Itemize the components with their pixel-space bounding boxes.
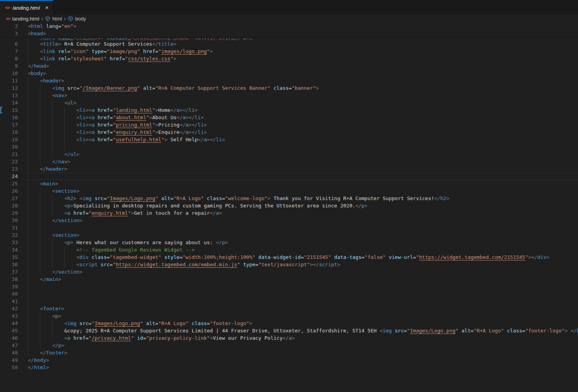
code-line-19[interactable]: 19 <li><a href="usefulhelp.html"> Self H… [0, 136, 578, 143]
code-content[interactable]: </body> [28, 356, 578, 364]
code-content[interactable]: <a href="enquiry.html">Get in touch for … [28, 209, 578, 217]
line-number[interactable]: 40 [0, 290, 18, 298]
code-line-14[interactable]: 14 <ul> [0, 99, 578, 106]
code-content[interactable]: <a href="/privacy.html" id="privacy-poli… [28, 334, 578, 342]
line-number[interactable]: 22 [0, 158, 18, 165]
line-number[interactable]: 17 [0, 121, 18, 128]
line-number[interactable]: 8 [0, 55, 18, 62]
code-content[interactable]: <nav> [28, 92, 578, 99]
code-content[interactable]: <body> [28, 70, 578, 77]
line-number[interactable]: 28 [0, 202, 18, 209]
code-line-24[interactable]: 24 [0, 173, 578, 180]
code-content[interactable]: <!-- Tagembed Google Reviews Widget --> [28, 246, 578, 253]
line-number[interactable]: 43 [0, 312, 18, 320]
code-content[interactable]: </footer> [28, 349, 578, 356]
code-content[interactable]: <html lang="en"> [28, 22, 578, 30]
code-content[interactable]: <div class="tagembed-widget" style="widt… [28, 253, 578, 261]
code-content[interactable]: <li><a href="pricing.html">Pricing</a></… [28, 121, 578, 128]
line-number[interactable]: 3 [0, 30, 18, 37]
code-line-43[interactable]: 43 <p> [0, 312, 578, 320]
code-line-11[interactable]: 11 <header> [0, 77, 578, 84]
code-content[interactable]: <li><a href="usefulhelp.html"> Self Help… [28, 136, 578, 143]
code-content[interactable]: </html> [28, 364, 578, 371]
line-number[interactable]: 13 [0, 92, 18, 99]
line-number[interactable]: 46 [0, 334, 18, 342]
code-content[interactable]: <header> [28, 77, 578, 84]
line-number[interactable]: 42 [0, 305, 18, 312]
breadcrumb-item-html[interactable]: html [45, 16, 62, 22]
code-line-10[interactable]: 10<body> [0, 70, 578, 77]
code-content[interactable]: </nav> [28, 158, 578, 165]
code-content[interactable] [28, 298, 578, 305]
line-number[interactable]: 49 [0, 356, 18, 364]
code-line-35[interactable]: 35 <div class="tagembed-widget" style="w… [0, 253, 578, 261]
line-number[interactable]: 48 [0, 349, 18, 356]
code-content[interactable]: <link rel="icon" type="image/png" href="… [28, 48, 578, 55]
code-content[interactable]: <meta name="viewport" content="width=dev… [28, 37, 578, 40]
code-editor[interactable]: 2<html lang="en">3<head> <meta name="vie… [0, 22, 578, 392]
code-line-2[interactable]: 2<html lang="en"> [0, 22, 578, 30]
code-line-20[interactable]: 20 [0, 143, 578, 151]
code-line-39[interactable]: 39 [0, 283, 578, 290]
code-content[interactable]: </section> [28, 268, 578, 276]
code-content[interactable]: <link rel="stylesheet" href="css/styles.… [28, 55, 578, 62]
line-number[interactable]: 21 [0, 151, 18, 158]
code-line-23[interactable]: 23 </header> [0, 165, 578, 173]
code-line-33[interactable]: 33 <p> Heres what our customers are sayi… [0, 239, 578, 246]
line-number[interactable]: 50 [0, 364, 18, 371]
code-line-42[interactable]: 42 <footer> [0, 305, 578, 312]
line-number[interactable]: 34 [0, 246, 18, 253]
line-number[interactable]: 18 [0, 128, 18, 136]
code-content[interactable]: <section> [28, 231, 578, 239]
breadcrumb-item-body[interactable]: body [68, 16, 86, 22]
code-line-38[interactable]: 38 </main> [0, 276, 578, 283]
code-content[interactable]: </ul> [28, 151, 578, 158]
code-line-32[interactable]: 32 <section> [0, 231, 578, 239]
code-line-9[interactable]: 9</head> [0, 62, 578, 70]
code-line-15[interactable]: 15 <li><a href="landing.html">Home</a></… [0, 106, 578, 114]
code-content[interactable]: <p> Heres what our customers are saying … [28, 239, 578, 246]
code-line-47[interactable]: 47 </p> [0, 342, 578, 349]
code-content[interactable]: <ul> [28, 99, 578, 106]
line-number[interactable]: 20 [0, 143, 18, 151]
line-number[interactable]: 27 [0, 195, 18, 202]
code-content[interactable] [28, 143, 578, 151]
code-content[interactable]: <title> R+A Computer Support Services</t… [28, 40, 578, 48]
code-content[interactable]: </p> [28, 342, 578, 349]
code-line-50[interactable]: 50</html> [0, 364, 578, 371]
line-number[interactable]: 38 [0, 276, 18, 283]
code-line-16[interactable]: 16 <li><a href="about.html">About Us</a>… [0, 114, 578, 121]
code-content[interactable]: &copy; 2025 R+A Computer Support Service… [28, 327, 578, 334]
line-number[interactable]: 14 [0, 99, 18, 106]
code-content[interactable]: </main> [28, 276, 578, 283]
code-content[interactable] [28, 283, 578, 290]
code-line-3[interactable]: 3<head> [0, 30, 578, 37]
line-number[interactable]: 19 [0, 136, 18, 143]
line-number[interactable]: 32 [0, 231, 18, 239]
code-content[interactable]: <li><a href="enquiry.html">Enquire</a></… [28, 128, 578, 136]
code-content[interactable]: <section> [28, 187, 578, 195]
line-number[interactable]: 30 [0, 217, 18, 224]
code-content[interactable]: <footer> [28, 305, 578, 312]
code-line-48[interactable]: 48 </footer> [0, 349, 578, 356]
code-line-44[interactable]: 44 <img src="Images/Logo.png" alt="R+A L… [0, 320, 578, 327]
line-number[interactable]: 15 [0, 106, 18, 114]
code-line-30[interactable]: 30 </section> [0, 217, 578, 224]
code-content[interactable]: <h2> <img src="Images/Logo.png" alt="R+A… [28, 195, 578, 202]
line-number[interactable]: 24 [0, 173, 18, 180]
code-content[interactable]: <img src="Images/Logo.png" alt="R+A Logo… [28, 320, 578, 327]
code-line-31[interactable]: 31 [0, 224, 578, 231]
line-number[interactable]: 7 [0, 48, 18, 55]
code-content[interactable]: </header> [28, 165, 578, 173]
line-number[interactable]: 45 [0, 327, 18, 334]
code-line-34[interactable]: 34 <!-- Tagembed Google Reviews Widget -… [0, 246, 578, 253]
line-number[interactable]: 9 [0, 62, 18, 70]
line-number[interactable]: 31 [0, 224, 18, 231]
code-content[interactable]: <main> [28, 180, 578, 187]
line-number[interactable]: 16 [0, 114, 18, 121]
code-line-45[interactable]: 45 &copy; 2025 R+A Computer Support Serv… [0, 327, 578, 334]
code-line-22[interactable]: 22 </nav> [0, 158, 578, 165]
code-line-49[interactable]: 49</body> [0, 356, 578, 364]
tab-landing-html[interactable]: <> landing.html ✕ [0, 0, 53, 15]
code-content[interactable]: <script src="https://widget.tagembed.com… [28, 261, 578, 268]
